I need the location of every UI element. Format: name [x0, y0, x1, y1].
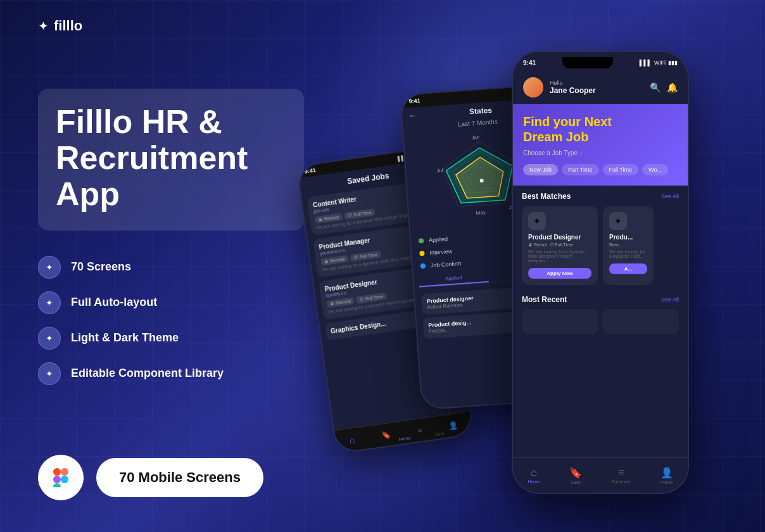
p3-search-icon[interactable]: 🔍 — [650, 82, 661, 92]
p3-best-matches-header: Best Matches See All — [522, 192, 679, 201]
p3-jcm-tags-2: Rem... — [609, 243, 647, 247]
svg-rect-2 — [53, 476, 61, 483]
p3-most-recent-see-all[interactable]: See All — [661, 296, 679, 303]
feature-label-autolayout: Full Auto-layout — [71, 296, 157, 309]
feature-theme: ✦ Light & Dark Theme — [38, 327, 304, 350]
phone-main: 9:41 ▌▌▌ WiFi ▮▮▮ Hello Jane Cooper 🔍 🔔 — [512, 51, 689, 494]
feature-screens: ✦ 70 Screens — [38, 256, 304, 279]
p3-job-card-2: ✦ Produ... Rem... We are looking for a d… — [603, 206, 654, 285]
p1-nav-home-icon: ⌂ — [349, 434, 356, 445]
p3-notification-icon[interactable]: 🔔 — [667, 82, 678, 92]
p3-jcm-tags-1: 🖥 Remot ⏱ Full Time — [528, 243, 591, 247]
phones-area: 9:41 ▌▌ WiFi ▮▮▮ Saved Jobs Content Writ… — [334, 38, 765, 532]
p1-bottom-nav: ⌂ 🔖 ≡ 👤 — [334, 411, 473, 453]
feature-autolayout: ✦ Full Auto-layout — [38, 291, 304, 314]
p1-nav-summary-icon: ≡ — [417, 426, 422, 435]
p3-most-recent-section: Most Recent See All — [513, 289, 688, 338]
main-container: ✦ filllo Filllo HR & Recruitment App ✦ 7… — [0, 0, 765, 532]
logo-icon: ✦ — [38, 18, 49, 34]
p1-nav-profile-icon: 👤 — [448, 421, 459, 431]
pill-new-job[interactable]: New Job — [523, 164, 558, 175]
svg-text:Jul: Jul — [436, 167, 443, 174]
p2-time: 9:41 — [408, 98, 420, 104]
feature-icon-autolayout: ✦ — [38, 291, 61, 314]
p3-jcm-desc-1: We are looking for a dynamic Web designe… — [528, 250, 591, 263]
cta-area: 70 Mobile Screens — [38, 455, 263, 500]
p3-header-icons: 🔍 🔔 — [650, 82, 678, 92]
headline-box: Filllo HR & Recruitment App — [38, 89, 304, 231]
p3-nav-summary-icon: ≡ — [618, 467, 624, 478]
features-list: ✦ 70 Screens ✦ Full Auto-layout ✦ Light … — [38, 256, 304, 385]
p3-jcm-icon-2: ✦ — [609, 212, 627, 230]
svg-text:May: May — [476, 210, 486, 216]
p3-jcm-title-1: Product Designer — [528, 234, 591, 241]
p2-back-icon[interactable]: ← — [408, 111, 417, 120]
p3-job-cards-row: ✦ Product Designer 🖥 Remot ⏱ Full Time W… — [522, 206, 679, 285]
svg-rect-0 — [53, 468, 61, 476]
p3-time: 9:41 — [523, 60, 536, 66]
interview-dot — [419, 251, 425, 256]
p3-signal-icon: ▌▌▌ — [640, 60, 652, 66]
p3-hero-title: Find your Next Dream Job — [523, 114, 678, 144]
p3-hello-text: Hello — [550, 80, 650, 86]
tab-applied[interactable]: Applied — [419, 270, 489, 288]
p3-nav-home-icon: ⌂ — [531, 467, 537, 478]
p3-jcm-desc-2: We are looking for a dynamic Prod... — [609, 250, 647, 258]
p3-recent-card-2 — [602, 309, 679, 334]
p3-nav-save-icon: 🔖 — [569, 467, 582, 479]
svg-rect-1 — [61, 468, 68, 476]
applied-label: Applied — [429, 236, 448, 243]
p3-most-recent-title: Most Recent — [522, 295, 567, 304]
pill-full-time[interactable]: Full Time — [603, 164, 639, 175]
p3-bottom-nav: ⌂ Home 🔖 Save ≡ Summary 👤 Profile — [513, 457, 688, 493]
headline-line2: Recruitment App — [56, 139, 248, 212]
p3-best-matches-section: Best Matches See All ✦ Product Designer … — [513, 186, 688, 289]
logo-text: filllo — [54, 18, 82, 34]
p1-title: Saved Jobs — [346, 171, 389, 186]
p3-battery-icon: ▮▮▮ — [668, 60, 678, 66]
svg-text:Jan: Jan — [471, 134, 480, 141]
p3-jcm-icon-1: ✦ — [528, 212, 546, 230]
feature-label-screens: 70 Screens — [71, 260, 131, 274]
p3-avatar — [523, 77, 543, 98]
p3-job-card-product-designer: ✦ Product Designer 🖥 Remot ⏱ Full Time W… — [522, 206, 598, 285]
p3-header: Hello Jane Cooper 🔍 🔔 — [513, 71, 688, 104]
p3-wifi-icon: WiFi — [654, 60, 666, 66]
p3-nav-profile[interactable]: 👤 Profile — [661, 467, 673, 484]
pill-more[interactable]: Wo... — [642, 164, 668, 175]
applied-dot — [419, 238, 424, 244]
p3-recent-card-1 — [522, 309, 598, 334]
svg-point-4 — [61, 476, 68, 483]
p3-hero: Find your Next Dream Job Choose a Job Ty… — [513, 104, 688, 186]
p3-apply-btn-2[interactable]: A... — [609, 263, 647, 274]
p3-nav-summary[interactable]: ≡ Summary — [612, 467, 631, 484]
p3-nav-save[interactable]: 🔖 Save — [569, 467, 582, 484]
p3-user-name: Jane Cooper — [550, 86, 650, 95]
p3-greeting-block: Hello Jane Cooper — [550, 80, 650, 95]
p3-best-matches-title: Best Matches — [522, 192, 571, 201]
left-content: Filllo HR & Recruitment App ✦ 70 Screens… — [38, 89, 304, 415]
screens-button[interactable]: 70 Mobile Screens — [96, 458, 263, 497]
job-confirm-dot — [420, 263, 426, 269]
p3-best-matches-see-all[interactable]: See All — [661, 193, 679, 200]
p3-jcm-title-2: Produ... — [609, 234, 647, 241]
p3-nav-home[interactable]: ⌂ Home — [528, 467, 540, 484]
svg-rect-3 — [53, 483, 61, 487]
figma-button[interactable] — [38, 455, 84, 500]
p3-nav-profile-label: Profile — [661, 480, 673, 484]
p3-most-recent-header: Most Recent See All — [522, 295, 679, 304]
p3-nav-home-label: Home — [528, 479, 540, 484]
p3-notch — [562, 57, 613, 68]
pill-part-time[interactable]: Part Time — [562, 164, 599, 175]
p1-nav-save-icon: 🔖 — [381, 430, 391, 440]
feature-label-library: Editable Component Library — [71, 367, 224, 380]
p3-nav-save-label: Save — [571, 480, 581, 484]
headline: Filllo HR & Recruitment App — [56, 104, 286, 213]
feature-icon-library: ✦ — [38, 362, 61, 385]
p1-time: 9:41 — [304, 167, 316, 174]
feature-icon-screens: ✦ — [38, 256, 61, 279]
p3-job-type-pills: New Job Part Time Full Time Wo... — [523, 164, 678, 175]
p3-apply-btn-1[interactable]: Apply Now — [528, 268, 591, 279]
job-confirm-label: Job Confirm — [430, 260, 461, 269]
figma-icon — [49, 464, 72, 491]
